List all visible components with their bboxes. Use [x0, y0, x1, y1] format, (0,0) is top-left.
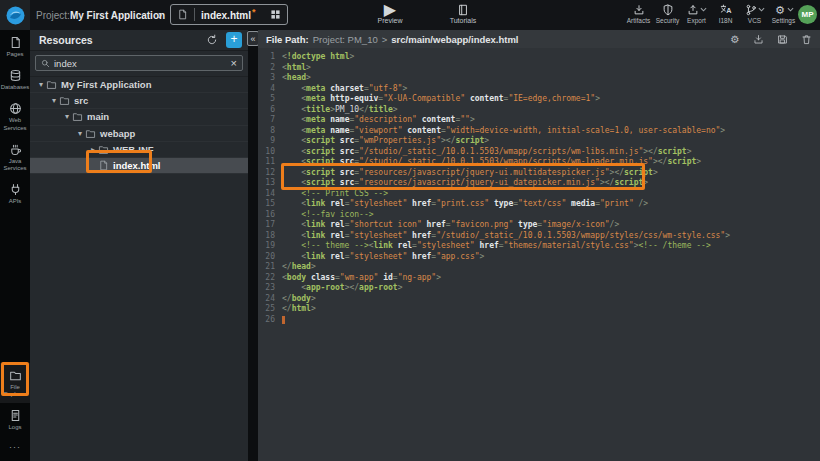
vcs-button[interactable]: VCS	[740, 3, 769, 24]
tree-node-src[interactable]: ▾src	[30, 93, 248, 109]
code-line-10[interactable]: 10 <script src="/studio/_static_/10.0.1.…	[258, 147, 820, 158]
line-number: 26	[258, 315, 282, 326]
code-line-19[interactable]: 19 <!-- theme --><link rel="stylesheet" …	[258, 241, 820, 252]
tree-toggle-icon[interactable]: ▾	[75, 129, 85, 138]
code-area[interactable]: 1<!doctype html>2<html>3<head>4 <meta ch…	[258, 48, 820, 325]
upload-icon	[687, 4, 699, 16]
plug-icon	[9, 183, 22, 196]
tab-label: index.html*	[201, 7, 256, 21]
artifacts-button[interactable]: Artifacts	[624, 3, 653, 24]
delete-file-icon[interactable]	[801, 34, 812, 45]
tree-toggle-icon[interactable]: ▾	[62, 112, 72, 121]
user-avatar[interactable]: MP	[798, 5, 817, 24]
tree-node-my-first-application[interactable]: ▾My First Application	[30, 77, 248, 93]
grid-icon[interactable]	[270, 9, 281, 20]
svg-text:⚙: ⚙	[775, 4, 785, 16]
file-path-value: src/main/webapp/index.html	[391, 34, 729, 45]
tree-node-main[interactable]: ▾main	[30, 109, 248, 125]
sidebar-item-web-services[interactable]: Web Services	[0, 96, 30, 136]
code-line-26[interactable]: 26	[258, 315, 820, 326]
code-line-13[interactable]: 13 <script src="resources/javascript/jqu…	[258, 178, 820, 189]
resources-header: Resources +	[30, 30, 248, 51]
code-line-2[interactable]: 2<html>	[258, 63, 820, 74]
file-icon	[98, 160, 109, 171]
tree-toggle-icon[interactable]: ▸	[88, 145, 98, 154]
code-line-8[interactable]: 8 <meta name="viewport" content="width=d…	[258, 126, 820, 137]
line-number: 11	[258, 157, 282, 168]
code-line-25[interactable]: 25</html>	[258, 304, 820, 315]
line-number: 13	[258, 178, 282, 189]
sidebar-item-apis[interactable]: APIs	[0, 177, 30, 210]
svg-text:A: A	[726, 6, 732, 15]
code-line-6[interactable]: 6 <title>PM_10</title>	[258, 105, 820, 116]
code-line-17[interactable]: 17 <link rel="shortcut icon" href="favic…	[258, 220, 820, 231]
file-path-separator: >	[382, 34, 388, 45]
code-line-14[interactable]: 14 <!-- Print CSS -->	[258, 189, 820, 200]
rail-overflow-button[interactable]: ···	[0, 442, 30, 452]
code-line-11[interactable]: 11 <script src="/studio/_static_/10.0.1.…	[258, 157, 820, 168]
save-file-icon[interactable]	[777, 34, 788, 45]
page-icon	[9, 36, 22, 49]
book-icon	[457, 3, 469, 16]
wavemaker-logo-icon	[6, 6, 25, 25]
code-line-18[interactable]: 18 <link rel="stylesheet" href="/studio/…	[258, 231, 820, 242]
folder-icon	[59, 95, 70, 106]
folder-icon	[46, 79, 57, 90]
code-line-3[interactable]: 3<head>	[258, 73, 820, 84]
code-line-12[interactable]: 12 <script src="resources/javascript/jqu…	[258, 168, 820, 179]
code-line-1[interactable]: 1<!doctype html>	[258, 52, 820, 63]
app-logo[interactable]	[0, 0, 30, 30]
preview-button[interactable]: ▶ Preview	[366, 3, 414, 24]
code-line-21[interactable]: 21</head>	[258, 262, 820, 273]
code-line-23[interactable]: 23 <app-root></app-root>	[258, 283, 820, 294]
code-line-9[interactable]: 9 <script src="wmProperties.js"></script…	[258, 136, 820, 147]
project-name: My First Application	[70, 10, 165, 21]
sidebar-item-databases[interactable]: Databases	[0, 63, 30, 96]
code-line-15[interactable]: 15 <link rel="stylesheet" href="print.cs…	[258, 199, 820, 210]
file-tree: ▾My First Application▾src▾main▾webapp▸WE…	[30, 77, 248, 174]
line-number: 20	[258, 252, 282, 263]
globe-icon	[9, 102, 22, 115]
clear-search-icon[interactable]: ×	[231, 58, 237, 69]
chevron-down-icon	[758, 7, 765, 12]
line-number: 25	[258, 304, 282, 315]
sidebar-item-pages[interactable]: Pages	[0, 30, 30, 63]
line-number: 5	[258, 94, 282, 105]
editor-settings-gear-icon[interactable]: ⚙	[729, 34, 740, 45]
line-number: 12	[258, 168, 282, 179]
export-button[interactable]: Export	[682, 3, 711, 24]
tree-toggle-icon[interactable]: ▾	[36, 80, 46, 89]
tutorials-button[interactable]: Tutorials	[439, 3, 487, 24]
refresh-icon[interactable]	[206, 34, 218, 46]
search-input[interactable]	[54, 58, 231, 69]
left-rail-top-group: PagesDatabasesWeb ServicesJava ServicesA…	[0, 30, 30, 210]
code-line-16[interactable]: 16 <!--fav icon-->	[258, 210, 820, 221]
code-line-5[interactable]: 5 <meta http-equiv="X-UA-Compatible" con…	[258, 94, 820, 105]
code-line-7[interactable]: 7 <meta name="description" content="">	[258, 115, 820, 126]
sidebar-item-java-services[interactable]: Java Services	[0, 137, 30, 177]
download-file-icon[interactable]	[753, 34, 764, 45]
tab-index-html[interactable]: index.html*	[170, 4, 288, 25]
settings-button[interactable]: ⚙Settings	[769, 3, 798, 24]
tree-toggle-icon[interactable]: ▾	[49, 96, 59, 105]
security-button[interactable]: Security	[653, 3, 682, 24]
svg-text:⚙: ⚙	[730, 34, 739, 45]
folder-icon	[72, 111, 83, 122]
file-path-actions: ⚙	[729, 34, 812, 45]
sidebar-item-file-explorer[interactable]: File Explorer	[0, 363, 30, 403]
sidebar-item-logs[interactable]: Logs	[0, 403, 30, 436]
tree-node-index-html[interactable]: index.html	[30, 158, 248, 174]
i18n-button[interactable]: AI18N	[711, 3, 740, 24]
left-rail-bottom-group: File ExplorerLogs	[0, 363, 30, 437]
code-line-20[interactable]: 20 <link rel="stylesheet" href="app.css"…	[258, 252, 820, 263]
code-line-22[interactable]: 22<body class="wm-app" id="ng-app">	[258, 273, 820, 284]
line-number: 3	[258, 73, 282, 84]
code-line-4[interactable]: 4 <meta charset="utf-8">	[258, 84, 820, 95]
tree-node-web-inf[interactable]: ▸WEB-INF	[30, 142, 248, 158]
line-number: 10	[258, 147, 282, 158]
tree-node-webapp[interactable]: ▾webapp	[30, 126, 248, 142]
code-line-24[interactable]: 24</body>	[258, 294, 820, 305]
breadcrumb-chevron-icon: ›	[158, 0, 162, 30]
database-icon	[9, 69, 22, 82]
add-resource-button[interactable]: +	[226, 32, 242, 48]
